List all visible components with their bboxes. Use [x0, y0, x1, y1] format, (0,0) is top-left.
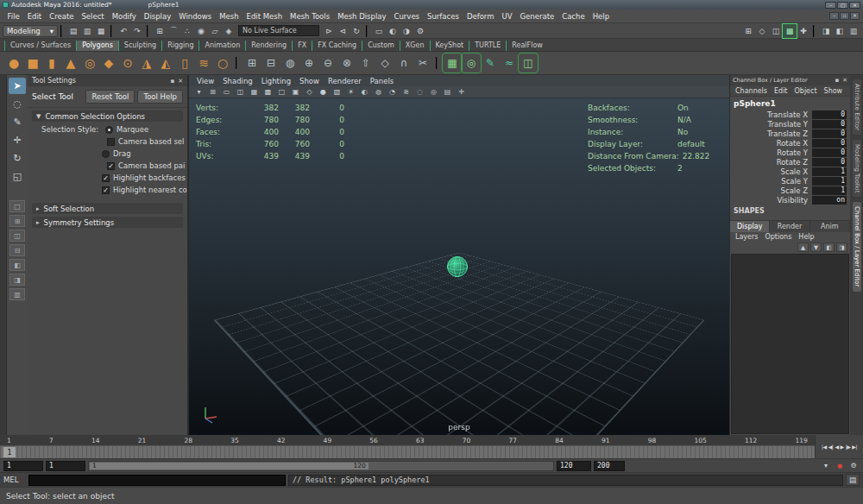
shelf-tab-fx-caching[interactable]: FX Caching	[312, 41, 362, 51]
auto-keyframe-icon[interactable]: ●	[834, 460, 846, 471]
channel-label[interactable]: Translate X	[730, 110, 812, 119]
channel-label[interactable]: Translate Y	[730, 120, 812, 129]
layer-move-up-icon[interactable]: ▲	[797, 243, 809, 252]
layout-two-side-icon[interactable]: ◫	[9, 230, 25, 242]
menu-set-dropdown[interactable]: Modeling ▾	[3, 25, 58, 37]
channel-label[interactable]: Rotate X	[730, 139, 812, 148]
layout-custom-icon[interactable]: ▥	[9, 288, 25, 300]
menu-mesh[interactable]: Mesh	[216, 12, 243, 21]
save-scene-icon[interactable]: ▦	[94, 24, 108, 38]
layout-four-pane-icon[interactable]: ⊞	[9, 215, 25, 227]
child-minimize-button[interactable]: –	[829, 12, 839, 20]
psphere-object[interactable]	[444, 254, 470, 280]
channel-label[interactable]: Rotate Y	[730, 148, 812, 157]
modeling-toolkit-icon[interactable]: ▩	[783, 24, 797, 38]
reset-tool-button[interactable]: Reset Tool	[85, 90, 135, 104]
anim-preferences-icon[interactable]: ⚙	[847, 460, 860, 471]
sidebar-tab-modeling-toolkit[interactable]: Modeling Toolkit	[853, 140, 861, 197]
cb-menu-channels[interactable]: Channels	[732, 87, 771, 95]
channel-label[interactable]: Translate Z	[730, 129, 812, 138]
scale-tool-icon[interactable]: ◱	[9, 168, 26, 185]
screen-space-ao-icon[interactable]: ◍	[372, 87, 385, 98]
layer-tab-display[interactable]: Display	[730, 221, 770, 232]
menu-mesh-tools[interactable]: Mesh Tools	[287, 12, 334, 21]
cb-menu-object[interactable]: Object	[791, 87, 821, 95]
lasso-tool-icon[interactable]: ◌	[9, 96, 26, 112]
anti-aliasing-icon[interactable]: ≋	[400, 87, 413, 98]
menu-edit[interactable]: Edit	[23, 12, 45, 21]
resolution-gate-icon[interactable]: ◫	[234, 87, 247, 98]
poly-helix-icon[interactable]: ≋	[194, 54, 213, 72]
poly-sphere-icon[interactable]: ●	[4, 54, 23, 72]
channel-label[interactable]: Scale Y	[730, 177, 812, 186]
step-forward-icon[interactable]: |▶	[845, 444, 852, 450]
shelf-tab-polygons[interactable]: Polygons	[76, 41, 118, 51]
menu-display[interactable]: Display	[140, 12, 174, 21]
script-editor-icon[interactable]: ▤	[846, 474, 860, 486]
smooth-icon[interactable]: ◍	[280, 54, 299, 72]
layer-menu-options[interactable]: Options	[761, 233, 795, 241]
menu-curves[interactable]: Curves	[390, 12, 424, 21]
menu-windows[interactable]: Windows	[175, 12, 216, 21]
output-connections-icon[interactable]: ⊲	[336, 24, 350, 38]
layer-tab-anim[interactable]: Anim	[810, 221, 850, 232]
safe-action-icon[interactable]: □	[275, 87, 288, 98]
node-name[interactable]: pSphere1	[730, 97, 850, 110]
maximize-button[interactable]: □	[837, 2, 848, 9]
channel-value-field[interactable]: 0	[812, 158, 847, 167]
move-tool-icon[interactable]: ✛	[9, 132, 26, 148]
bridge-icon[interactable]: ∩	[394, 54, 413, 72]
section-common-selection-options[interactable]: ▼ Common Selection Options	[32, 110, 183, 122]
combine-icon[interactable]: ⊞	[243, 54, 261, 72]
channel-label[interactable]: Rotate Z	[730, 158, 812, 167]
new-layer-from-selected-icon[interactable]: ◨	[836, 243, 847, 252]
command-mode-toggle[interactable]: MEL	[3, 476, 26, 484]
poly-cylinder-icon[interactable]: ▮	[42, 54, 61, 72]
boolean-intersection-icon[interactable]: ⊗	[337, 54, 356, 72]
multi-cut-icon[interactable]: ✂	[413, 54, 432, 72]
channel-value-field[interactable]: 0	[812, 110, 847, 119]
range-bar[interactable]: 1 120	[88, 461, 554, 471]
character-set-icon[interactable]: ▾	[820, 460, 832, 471]
boolean-difference-icon[interactable]: ⊖	[318, 54, 337, 72]
toggle-channel-box-icon[interactable]: ▥	[847, 24, 860, 38]
shelf-tab-curves-surfaces[interactable]: Curves / Surfaces	[4, 41, 76, 51]
minimize-button[interactable]: –	[825, 2, 836, 9]
channel-label[interactable]: Visibility	[730, 196, 812, 205]
layer-menu-help[interactable]: Help	[795, 233, 817, 241]
close-button[interactable]: ✕	[849, 2, 860, 9]
select-camera-icon[interactable]: ▾	[192, 87, 205, 98]
grid-toggle-icon[interactable]: ⊞	[741, 24, 755, 38]
shelf-tab-custom[interactable]: Custom	[362, 41, 400, 51]
toggle-tool-settings-icon[interactable]: ◧	[833, 24, 847, 38]
child-close-button[interactable]: ✕	[850, 12, 860, 20]
close-icon[interactable]: ✕	[178, 78, 183, 85]
shelf-tab-realflow[interactable]: RealFlow	[506, 41, 548, 51]
channel-label[interactable]: Scale Z	[730, 186, 812, 195]
channel-value-field[interactable]: 0	[812, 120, 847, 129]
rotate-tool-icon[interactable]: ↻	[9, 150, 26, 167]
step-back-icon[interactable]: ◀|	[828, 444, 835, 450]
menu-mesh-display[interactable]: Mesh Display	[334, 12, 390, 21]
poly-disc-icon[interactable]: ⊙	[118, 54, 137, 72]
layout-three-split-icon[interactable]: ◧	[9, 259, 25, 271]
make-live-icon[interactable]: ◈	[222, 24, 236, 38]
open-render-view-icon[interactable]: ▭	[372, 24, 386, 38]
separate-icon[interactable]: ⊟	[261, 54, 280, 72]
shelf-tab-rendering[interactable]: Rendering	[245, 41, 292, 51]
two-d-pan-zoom-icon[interactable]: ✛	[455, 87, 468, 98]
channel-value-field[interactable]: on	[812, 196, 847, 205]
viewport-canvas[interactable]: Verts: 382 382 0 Edges: 780 780 0	[189, 98, 729, 435]
camera-based-painting-checkbox[interactable]: ✓	[107, 162, 115, 170]
highlight-backfaces-checkbox[interactable]: ✓	[102, 174, 110, 182]
undo-icon[interactable]: ↶	[117, 24, 130, 38]
extrude-icon[interactable]: ⇧	[356, 54, 375, 72]
layer-list[interactable]	[731, 254, 849, 434]
poly-platonic-icon[interactable]: ◮	[137, 54, 156, 72]
marquee-radio[interactable]	[105, 126, 113, 134]
command-input[interactable]	[28, 475, 286, 486]
shelf-tab-animation[interactable]: Animation	[198, 41, 245, 51]
close-icon[interactable]: ✕	[842, 77, 847, 84]
input-connections-icon[interactable]: ⊳	[322, 24, 336, 38]
current-frame-marker[interactable]: 1	[3, 447, 16, 457]
